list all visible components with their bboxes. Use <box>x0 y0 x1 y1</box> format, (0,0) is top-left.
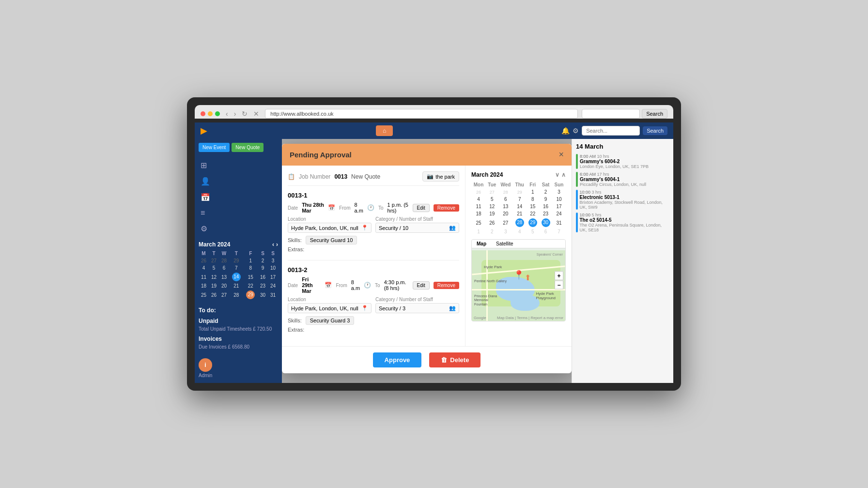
modal-cal-cell[interactable]: 3 <box>552 188 566 196</box>
modal-cal-cell[interactable]: 17 <box>552 203 566 210</box>
cal-cell[interactable]: 30 <box>258 290 268 300</box>
modal-cal-cell[interactable]: 26 <box>471 188 486 196</box>
modal-cal-cell[interactable]: 20 <box>498 210 513 217</box>
modal-cal-cell[interactable]: 10 <box>552 196 566 203</box>
modal-close-button[interactable]: × <box>558 150 564 160</box>
cal-cell[interactable]: 4 <box>199 264 209 272</box>
modal-cal-cell[interactable]: 27 <box>498 217 513 228</box>
map-zoom-in[interactable]: + <box>555 272 563 280</box>
modal-cal-cell[interactable]: 1 <box>471 228 486 235</box>
cal-cell[interactable]: 27 <box>219 290 229 300</box>
cal-cell[interactable]: 22 <box>244 282 258 290</box>
sidebar-icon-grid[interactable]: ⊞ <box>195 158 282 173</box>
modal-cal-cell[interactable]: 1 <box>526 188 539 196</box>
shift2-location-input[interactable]: Hyde Park, London, UK, null 📍 <box>288 303 372 313</box>
cal-cell[interactable]: 21 <box>229 282 243 290</box>
cal-cell[interactable]: 24 <box>268 282 278 290</box>
modal-cal-cell[interactable]: 3 <box>498 228 513 235</box>
new-event-button[interactable]: New Event <box>199 143 230 152</box>
shift1-category-input[interactable]: Security / 10 👥 <box>375 223 459 233</box>
cal-cell[interactable]: 19 <box>209 282 219 290</box>
cal-next-btn[interactable]: › <box>276 241 278 248</box>
shift2-remove-button[interactable]: Remove <box>434 282 459 289</box>
modal-cal-cell[interactable]: 5 <box>526 228 539 235</box>
map-tab-satellite[interactable]: Satellite <box>491 240 518 248</box>
modal-cal-cell[interactable]: 19 <box>486 210 498 217</box>
cal-cell[interactable]: 10 <box>268 264 278 272</box>
sidebar-icon-people[interactable]: 👤 <box>195 174 282 189</box>
cal-cell[interactable]: 26 <box>199 257 209 264</box>
map-tab-map[interactable]: Map <box>472 240 491 248</box>
shift2-edit-button[interactable]: Edit <box>413 281 430 290</box>
modal-cal-cell[interactable]: 2 <box>486 228 498 235</box>
url-bar[interactable] <box>265 109 578 119</box>
modal-cal-cell[interactable]: 22 <box>526 210 539 217</box>
avatar[interactable]: i <box>199 358 212 372</box>
approve-button[interactable]: Approve <box>373 352 422 367</box>
cal-cell[interactable]: 2 <box>258 257 268 264</box>
modal-cal-cell[interactable]: 23 <box>539 210 552 217</box>
modal-cal-cell[interactable]: 8 <box>526 196 539 203</box>
shift2-category-input[interactable]: Security / 3 👥 <box>375 303 459 313</box>
cal-cell[interactable]: 23 <box>258 282 268 290</box>
map-container[interactable]: Map Satellite <box>471 239 566 321</box>
modal-cal-cell[interactable]: 5 <box>486 196 498 203</box>
modal-cal-cell[interactable]: 4 <box>471 196 486 203</box>
cal-cell[interactable]: 7 <box>229 264 243 272</box>
modal-cal-cell[interactable]: 29 <box>513 188 526 196</box>
modal-cal-cell[interactable]: 15 <box>526 203 539 210</box>
cal-cell[interactable]: 31 <box>268 290 278 300</box>
topbar-search-input[interactable] <box>582 126 640 136</box>
traffic-light-red[interactable] <box>201 111 205 116</box>
cal-cell[interactable]: 27 <box>209 257 219 264</box>
cal-cell[interactable]: 29 <box>229 257 243 264</box>
stop-button[interactable]: ✕ <box>251 109 261 119</box>
new-quote-button[interactable]: New Quote <box>232 143 264 152</box>
sidebar-icon-calendar[interactable]: 📅 <box>195 190 282 205</box>
home-button[interactable]: ⌂ <box>376 125 393 136</box>
modal-cal-cell[interactable]: 28 <box>498 188 513 196</box>
cal-cell[interactable]: 12 <box>209 272 219 282</box>
cal-cell[interactable]: 20 <box>219 282 229 290</box>
shift1-edit-button[interactable]: Edit <box>413 204 430 212</box>
shift1-remove-button[interactable]: Remove <box>434 204 459 212</box>
modal-cal-cell[interactable]: 6 <box>498 196 513 203</box>
cal-cell[interactable]: 28 <box>219 257 229 264</box>
browser-search-button[interactable]: Search <box>642 109 667 119</box>
modal-cal-cell[interactable]: 26 <box>486 217 498 228</box>
back-button[interactable]: ‹ <box>224 109 230 119</box>
cal-cell[interactable]: 29 <box>244 290 258 300</box>
cal-cell[interactable]: 8 <box>244 264 258 272</box>
cal-prev-btn[interactable]: ‹ <box>272 241 274 248</box>
delete-button[interactable]: 🗑 Delete <box>429 352 480 367</box>
event-item-1[interactable]: 8:00 AM 10 hrs Grammy's 6004-2 London Ey… <box>576 154 669 169</box>
modal-cal-prev[interactable]: ∨ <box>555 171 559 178</box>
forward-button[interactable]: › <box>232 109 238 119</box>
modal-cal-next[interactable]: ∧ <box>561 171 566 178</box>
cal-cell[interactable]: 3 <box>268 257 278 264</box>
cal-cell[interactable]: 26 <box>209 290 219 300</box>
cal-cell[interactable]: 16 <box>258 272 268 282</box>
modal-cal-cell[interactable]: 6 <box>539 228 552 235</box>
modal-cal-cell[interactable]: 12 <box>486 203 498 210</box>
map-zoom-out[interactable]: − <box>555 281 563 290</box>
modal-cal-cell[interactable]: 7 <box>552 228 566 235</box>
cal-cell[interactable]: 15 <box>244 272 258 282</box>
modal-cal-cell[interactable]: 25 <box>471 217 486 228</box>
cal-cell[interactable]: 25 <box>199 290 209 300</box>
cal-cell[interactable]: 14 <box>229 272 243 282</box>
modal-cal-cell[interactable]: 16 <box>539 203 552 210</box>
cal-cell[interactable]: 9 <box>258 264 268 272</box>
modal-cal-cell[interactable]: 28 <box>513 217 526 228</box>
shift1-location-input[interactable]: Hyde Park, London, UK, null 📍 <box>288 223 372 233</box>
cal-cell[interactable]: 5 <box>209 264 219 272</box>
cal-cell[interactable]: 11 <box>199 272 209 282</box>
event-item-4[interactable]: 10:00 5 hrs The o2 5014-5 The O2 Arena, … <box>576 213 669 232</box>
modal-cal-cell[interactable]: 11 <box>471 203 486 210</box>
topbar-search-button[interactable]: Search <box>643 126 667 135</box>
cal-cell[interactable]: 6 <box>219 264 229 272</box>
modal-cal-cell[interactable]: 2 <box>539 188 552 196</box>
modal-cal-cell[interactable]: 7 <box>513 196 526 203</box>
cal-cell[interactable]: 28 <box>229 290 243 300</box>
sidebar-icon-list[interactable]: ≡ <box>195 206 282 220</box>
